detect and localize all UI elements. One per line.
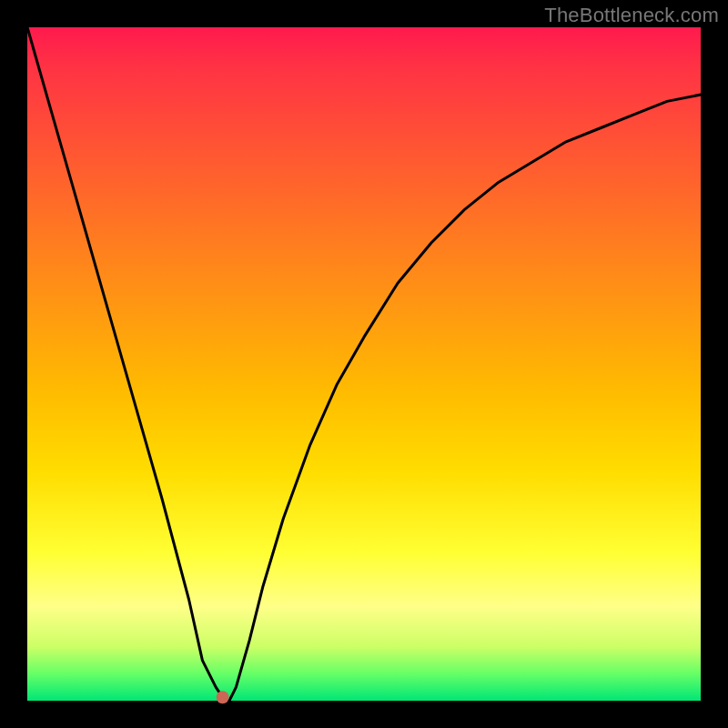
bottleneck-curve (27, 27, 701, 701)
chart-frame: TheBottleneck.com (0, 0, 728, 728)
minimum-marker (217, 691, 229, 703)
watermark-text: TheBottleneck.com (544, 4, 719, 27)
curve-layer (27, 27, 701, 701)
plot-area (27, 27, 701, 701)
